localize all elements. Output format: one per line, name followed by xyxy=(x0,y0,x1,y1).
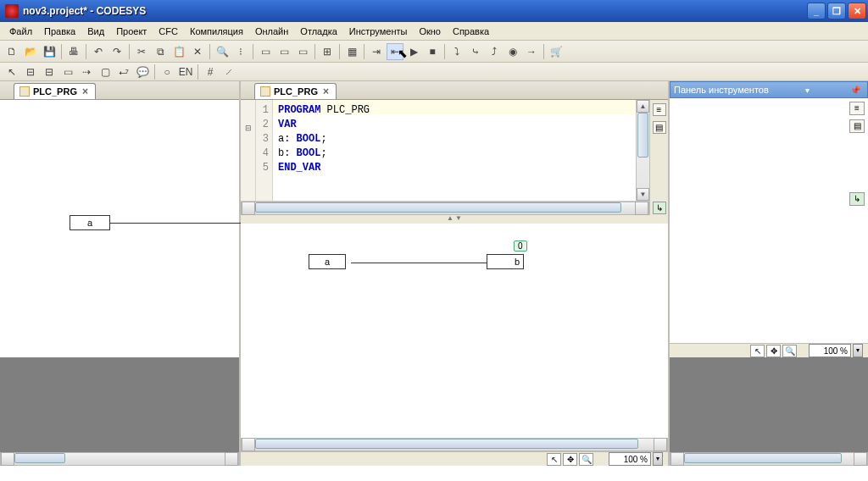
code-editor[interactable]: PROGRAM PLC_PRG VAR a: BOOL; b: BOOL; EN… xyxy=(273,100,636,201)
menu-tools[interactable]: Инструменты xyxy=(343,25,414,38)
cfc-en-icon[interactable]: EN xyxy=(177,64,194,80)
pan-tool-icon[interactable]: ✥ xyxy=(563,453,577,466)
run-to-cursor-icon[interactable]: → xyxy=(523,43,540,60)
cfc-input-icon[interactable]: ⊟ xyxy=(22,64,39,80)
pin-icon[interactable]: 📌 xyxy=(847,86,864,95)
add-object-icon[interactable]: ⊞ xyxy=(319,43,336,60)
left-scrollbar-h[interactable] xyxy=(0,452,239,466)
logout-icon[interactable]: ⇤ xyxy=(387,43,403,60)
cut-icon[interactable]: ✂ xyxy=(133,43,150,60)
dropdown-icon[interactable]: ▾ xyxy=(802,86,813,95)
menu-cfc[interactable]: CFC xyxy=(153,25,184,38)
stop-icon[interactable]: ■ xyxy=(424,43,441,60)
copy-icon[interactable]: ⧉ xyxy=(152,43,169,60)
menu-window[interactable]: Окно xyxy=(413,25,447,38)
tool-view-icon[interactable]: ≡ xyxy=(653,103,666,116)
zoom-tool-icon[interactable]: 🔍 xyxy=(579,453,593,466)
close-button[interactable]: ✕ xyxy=(848,3,866,19)
close-icon[interactable]: × xyxy=(81,86,90,97)
menubar: Файл Правка Вид Проект CFC Компиляция Он… xyxy=(0,22,868,41)
cfc-pointer-icon[interactable]: ↖ xyxy=(3,64,20,80)
cfc-connect-icon[interactable]: ⟋ xyxy=(220,64,237,80)
cfc-comment-icon[interactable]: 💬 xyxy=(134,64,151,80)
zoom-dropdown-icon[interactable]: ▾ xyxy=(853,344,863,357)
toolbox-header[interactable]: Панель инструментов ▾ 📌 xyxy=(670,81,868,98)
center-diagram[interactable]: a b 0 xyxy=(241,224,668,438)
splitter-handle[interactable]: ▲ ▼ xyxy=(241,215,668,224)
redo-icon[interactable]: ↷ xyxy=(108,43,125,60)
diagram-block-b[interactable]: b xyxy=(487,254,524,269)
zoom-value[interactable]: 100 % xyxy=(609,452,651,466)
menu-help[interactable]: Справка xyxy=(447,25,495,38)
cfc-box-icon[interactable]: ▭ xyxy=(59,64,76,80)
diagram-scrollbar-h[interactable] xyxy=(241,438,668,451)
execution-order-badge: 0 xyxy=(514,240,527,252)
build-icon[interactable]: ▦ xyxy=(343,43,360,60)
open-icon[interactable]: 📂 xyxy=(22,43,39,60)
cfc-negation-icon[interactable]: ○ xyxy=(159,64,175,80)
pointer-tool-icon[interactable]: ↖ xyxy=(750,345,765,357)
login-icon[interactable]: ⇥ xyxy=(368,43,385,60)
cart-icon[interactable]: 🛒 xyxy=(548,43,565,60)
bookmark-icon[interactable]: ▭ xyxy=(257,43,274,60)
code-side-tools: ≡ ▤ xyxy=(649,100,668,202)
close-icon[interactable]: × xyxy=(321,86,331,97)
cfc-jump-icon[interactable]: ⇢ xyxy=(78,64,95,80)
save-icon[interactable]: 💾 xyxy=(41,43,58,60)
center-tab[interactable]: PLC_PRG × xyxy=(254,83,337,99)
bookmark-prev-icon[interactable]: ▭ xyxy=(294,43,311,60)
maximize-button[interactable]: ❐ xyxy=(827,3,846,19)
print-icon[interactable]: 🖶 xyxy=(65,43,82,60)
breakpoint-icon[interactable]: ◉ xyxy=(504,43,521,60)
cfc-toolbar: ↖ ⊟ ⊟ ▭ ⇢ ▢ ⮐ 💬 ○ EN # ⟋ xyxy=(0,63,868,81)
right-zoom-value[interactable]: 100 % xyxy=(809,344,851,357)
step-over-icon[interactable]: ⤵ xyxy=(448,43,465,60)
fold-gutter[interactable]: ⊟ xyxy=(241,100,256,201)
toolbox-list-icon[interactable]: ▤ xyxy=(849,119,865,133)
menu-debug[interactable]: Отладка xyxy=(294,25,342,38)
toolbox-title: Панель инструментов xyxy=(674,85,769,95)
left-block-a[interactable]: a xyxy=(70,215,110,230)
minimize-button[interactable]: _ xyxy=(807,3,826,19)
pointer-tool-icon[interactable]: ↖ xyxy=(547,453,561,466)
menu-edit[interactable]: Правка xyxy=(38,25,81,38)
pan-tool-icon[interactable]: ✥ xyxy=(766,345,781,357)
pou-icon xyxy=(19,86,30,97)
toolbox-cfc-icon[interactable]: ↳ xyxy=(849,192,865,206)
bookmark-next-icon[interactable]: ▭ xyxy=(275,43,292,60)
menu-compile[interactable]: Компиляция xyxy=(184,25,249,38)
diagram-block-a[interactable]: a xyxy=(309,254,346,269)
find-icon[interactable]: 🔍 xyxy=(214,43,231,60)
step-out-icon[interactable]: ⤴ xyxy=(486,43,503,60)
menu-view[interactable]: Вид xyxy=(81,25,110,38)
cfc-order-icon[interactable]: # xyxy=(202,64,219,80)
center-tab-bar: PLC_PRG × xyxy=(241,81,668,100)
left-wire xyxy=(110,223,241,224)
tool-list-icon[interactable]: ▤ xyxy=(653,121,666,134)
step-into-icon[interactable]: ⤷ xyxy=(467,43,484,60)
start-icon[interactable]: ▶ xyxy=(405,43,422,60)
diagram-wire xyxy=(351,263,487,263)
left-tab-label: PLC_PRG xyxy=(33,86,77,97)
cfc-element-icon[interactable]: ↳ xyxy=(653,202,666,214)
cfc-return-icon[interactable]: ⮐ xyxy=(115,64,132,80)
left-tab[interactable]: PLC_PRG × xyxy=(14,83,96,99)
menu-online[interactable]: Онлайн xyxy=(249,25,294,38)
zoom-tool-icon[interactable]: 🔍 xyxy=(782,345,797,357)
menu-file[interactable]: Файл xyxy=(3,25,38,38)
toolbox-body[interactable]: ≡ ▤ ↳ xyxy=(670,98,868,343)
new-icon[interactable]: 🗋 xyxy=(3,43,20,60)
undo-icon[interactable]: ↶ xyxy=(90,43,107,60)
code-scrollbar-v[interactable]: ▲ ▼ xyxy=(636,100,649,201)
cfc-label-icon[interactable]: ▢ xyxy=(97,64,114,80)
left-diagram[interactable]: a xyxy=(0,100,239,357)
menu-project[interactable]: Проект xyxy=(110,25,153,38)
zoom-dropdown-icon[interactable]: ▾ xyxy=(653,452,663,466)
paste-icon[interactable]: 📋 xyxy=(170,43,187,60)
right-scrollbar-h[interactable] xyxy=(670,452,868,466)
code-scrollbar-h[interactable] xyxy=(241,202,649,215)
delete-icon[interactable]: ✕ xyxy=(189,43,206,60)
find-next-icon[interactable]: ⁝ xyxy=(232,43,249,60)
cfc-output-icon[interactable]: ⊟ xyxy=(41,64,58,80)
toolbox-view-icon[interactable]: ≡ xyxy=(849,102,865,115)
